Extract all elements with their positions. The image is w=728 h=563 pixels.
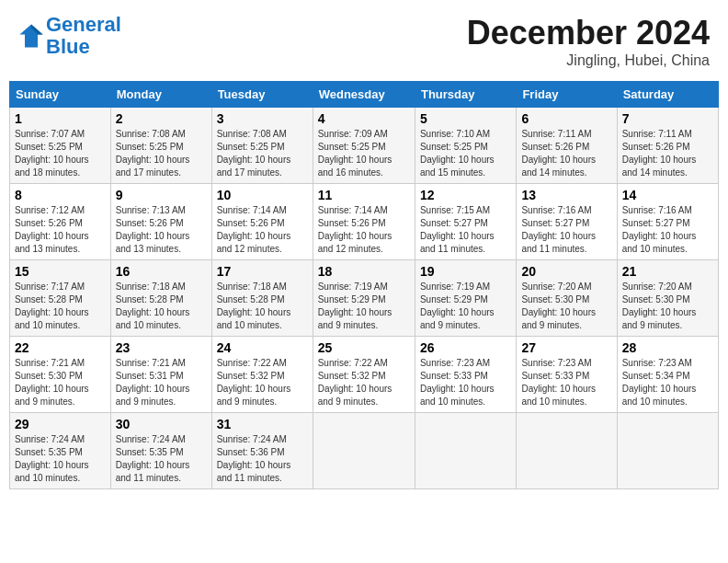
calendar-cell: 30Sunrise: 7:24 AM Sunset: 5:35 PM Dayli… — [110, 413, 211, 489]
calendar-cell: 1Sunrise: 7:07 AM Sunset: 5:25 PM Daylig… — [10, 108, 111, 184]
calendar-cell: 29Sunrise: 7:24 AM Sunset: 5:35 PM Dayli… — [10, 413, 111, 489]
day-info: Sunrise: 7:24 AM Sunset: 5:35 PM Dayligh… — [15, 433, 106, 485]
day-number: 23 — [116, 340, 207, 355]
day-info: Sunrise: 7:22 AM Sunset: 5:32 PM Dayligh… — [217, 357, 308, 408]
day-number: 14 — [622, 188, 713, 202]
calendar-cell: 15Sunrise: 7:17 AM Sunset: 5:28 PM Dayli… — [10, 260, 111, 337]
day-info: Sunrise: 7:18 AM Sunset: 5:28 PM Dayligh… — [116, 281, 207, 332]
day-info: Sunrise: 7:17 AM Sunset: 5:28 PM Dayligh… — [15, 281, 106, 332]
weekday-header: Monday — [110, 82, 211, 108]
day-number: 3 — [217, 111, 308, 126]
day-number: 9 — [116, 188, 207, 202]
day-number: 18 — [318, 264, 410, 279]
day-number: 25 — [318, 340, 410, 355]
calendar-cell: 31Sunrise: 7:24 AM Sunset: 5:36 PM Dayli… — [211, 413, 313, 489]
calendar-cell: 11Sunrise: 7:14 AM Sunset: 5:26 PM Dayli… — [313, 184, 415, 260]
calendar-cell: 27Sunrise: 7:23 AM Sunset: 5:33 PM Dayli… — [517, 337, 617, 413]
logo-text2: Blue — [46, 36, 121, 58]
calendar-cell: 23Sunrise: 7:21 AM Sunset: 5:31 PM Dayli… — [110, 337, 211, 413]
day-info: Sunrise: 7:20 AM Sunset: 5:30 PM Dayligh… — [521, 281, 611, 332]
month-title: December 2024 — [467, 14, 710, 52]
location-title: Jingling, Hubei, China — [467, 52, 710, 69]
day-number: 20 — [521, 264, 611, 279]
calendar-cell: 13Sunrise: 7:16 AM Sunset: 5:27 PM Dayli… — [517, 184, 617, 260]
day-info: Sunrise: 7:08 AM Sunset: 5:25 PM Dayligh… — [116, 128, 207, 179]
day-number: 11 — [318, 188, 410, 202]
day-number: 24 — [217, 340, 308, 355]
day-info: Sunrise: 7:23 AM Sunset: 5:33 PM Dayligh… — [521, 357, 611, 408]
calendar-week-row: 15Sunrise: 7:17 AM Sunset: 5:28 PM Dayli… — [10, 260, 719, 337]
calendar-cell: 4Sunrise: 7:09 AM Sunset: 5:25 PM Daylig… — [313, 108, 415, 184]
calendar-cell: 21Sunrise: 7:20 AM Sunset: 5:30 PM Dayli… — [617, 260, 718, 337]
day-info: Sunrise: 7:23 AM Sunset: 5:34 PM Dayligh… — [622, 357, 713, 408]
day-info: Sunrise: 7:12 AM Sunset: 5:26 PM Dayligh… — [15, 204, 106, 256]
calendar-week-row: 22Sunrise: 7:21 AM Sunset: 5:30 PM Dayli… — [10, 337, 719, 413]
logo: General Blue — [18, 14, 121, 58]
day-number: 16 — [116, 264, 207, 279]
day-number: 5 — [420, 111, 511, 126]
day-number: 4 — [318, 111, 410, 126]
calendar-cell: 5Sunrise: 7:10 AM Sunset: 5:25 PM Daylig… — [415, 108, 516, 184]
day-info: Sunrise: 7:16 AM Sunset: 5:27 PM Dayligh… — [521, 204, 611, 256]
day-number: 31 — [217, 417, 308, 431]
calendar-cell: 3Sunrise: 7:08 AM Sunset: 5:25 PM Daylig… — [211, 108, 313, 184]
day-info: Sunrise: 7:15 AM Sunset: 5:27 PM Dayligh… — [420, 204, 511, 256]
day-info: Sunrise: 7:14 AM Sunset: 5:26 PM Dayligh… — [318, 204, 410, 256]
weekday-header: Saturday — [617, 82, 718, 108]
weekday-header: Sunday — [10, 82, 111, 108]
day-number: 12 — [420, 188, 511, 202]
day-number: 17 — [217, 264, 308, 279]
page-header: General Blue December 2024 Jingling, Hub… — [9, 9, 719, 74]
day-info: Sunrise: 7:07 AM Sunset: 5:25 PM Dayligh… — [15, 128, 106, 179]
logo-text: General — [46, 14, 121, 36]
day-info: Sunrise: 7:13 AM Sunset: 5:26 PM Dayligh… — [116, 204, 207, 256]
day-info: Sunrise: 7:21 AM Sunset: 5:31 PM Dayligh… — [116, 357, 207, 408]
calendar-cell: 14Sunrise: 7:16 AM Sunset: 5:27 PM Dayli… — [617, 184, 718, 260]
calendar-cell: 22Sunrise: 7:21 AM Sunset: 5:30 PM Dayli… — [10, 337, 111, 413]
day-number: 21 — [622, 264, 713, 279]
logo-icon — [18, 23, 44, 49]
day-number: 22 — [15, 340, 106, 355]
weekday-header: Friday — [517, 82, 617, 108]
day-info: Sunrise: 7:10 AM Sunset: 5:25 PM Dayligh… — [420, 128, 511, 179]
day-number: 26 — [420, 340, 511, 355]
calendar-cell: 28Sunrise: 7:23 AM Sunset: 5:34 PM Dayli… — [617, 337, 718, 413]
day-number: 7 — [622, 111, 713, 126]
day-number: 28 — [622, 340, 713, 355]
calendar-cell: 9Sunrise: 7:13 AM Sunset: 5:26 PM Daylig… — [110, 184, 211, 260]
day-info: Sunrise: 7:16 AM Sunset: 5:27 PM Dayligh… — [622, 204, 713, 256]
calendar-cell: 19Sunrise: 7:19 AM Sunset: 5:29 PM Dayli… — [415, 260, 516, 337]
day-info: Sunrise: 7:08 AM Sunset: 5:25 PM Dayligh… — [217, 128, 308, 179]
calendar-week-row: 8Sunrise: 7:12 AM Sunset: 5:26 PM Daylig… — [10, 184, 719, 260]
day-number: 8 — [15, 188, 106, 202]
calendar-cell: 2Sunrise: 7:08 AM Sunset: 5:25 PM Daylig… — [110, 108, 211, 184]
calendar-cell: 26Sunrise: 7:23 AM Sunset: 5:33 PM Dayli… — [415, 337, 516, 413]
weekday-header: Tuesday — [211, 82, 313, 108]
calendar-cell: 18Sunrise: 7:19 AM Sunset: 5:29 PM Dayli… — [313, 260, 415, 337]
calendar-cell: 12Sunrise: 7:15 AM Sunset: 5:27 PM Dayli… — [415, 184, 516, 260]
calendar-cell — [415, 413, 516, 489]
day-info: Sunrise: 7:24 AM Sunset: 5:36 PM Dayligh… — [217, 433, 308, 485]
day-number: 19 — [420, 264, 511, 279]
day-number: 1 — [15, 111, 106, 126]
day-info: Sunrise: 7:23 AM Sunset: 5:33 PM Dayligh… — [420, 357, 511, 408]
calendar-cell: 7Sunrise: 7:11 AM Sunset: 5:26 PM Daylig… — [617, 108, 718, 184]
day-info: Sunrise: 7:09 AM Sunset: 5:25 PM Dayligh… — [318, 128, 410, 179]
day-number: 30 — [116, 417, 207, 431]
calendar-cell: 10Sunrise: 7:14 AM Sunset: 5:26 PM Dayli… — [211, 184, 313, 260]
day-number: 10 — [217, 188, 308, 202]
weekday-header: Wednesday — [313, 82, 415, 108]
calendar-cell: 16Sunrise: 7:18 AM Sunset: 5:28 PM Dayli… — [110, 260, 211, 337]
calendar-cell: 17Sunrise: 7:18 AM Sunset: 5:28 PM Dayli… — [211, 260, 313, 337]
calendar-cell — [517, 413, 617, 489]
weekday-header: Thursday — [415, 82, 516, 108]
calendar-cell: 25Sunrise: 7:22 AM Sunset: 5:32 PM Dayli… — [313, 337, 415, 413]
calendar-header-row: SundayMondayTuesdayWednesdayThursdayFrid… — [10, 82, 719, 108]
day-info: Sunrise: 7:21 AM Sunset: 5:30 PM Dayligh… — [15, 357, 106, 408]
day-info: Sunrise: 7:20 AM Sunset: 5:30 PM Dayligh… — [622, 281, 713, 332]
day-info: Sunrise: 7:18 AM Sunset: 5:28 PM Dayligh… — [217, 281, 308, 332]
calendar-cell: 6Sunrise: 7:11 AM Sunset: 5:26 PM Daylig… — [517, 108, 617, 184]
day-number: 27 — [521, 340, 611, 355]
calendar-cell — [313, 413, 415, 489]
calendar-cell — [617, 413, 718, 489]
